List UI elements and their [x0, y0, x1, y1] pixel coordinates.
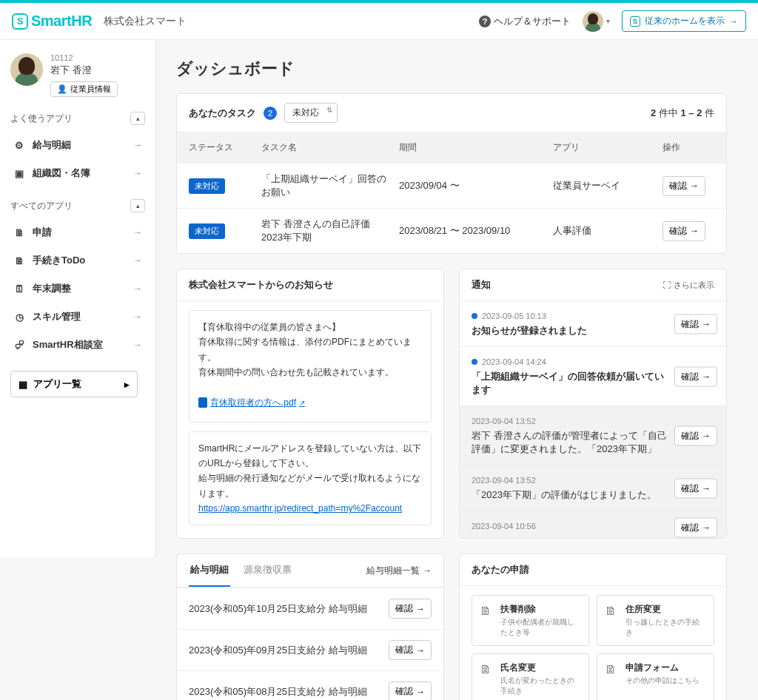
pdf-link[interactable]: 育休取得者の方へ.pdf ↗	[198, 395, 305, 410]
sidebar-item-label: 申請	[33, 226, 52, 239]
request-desc: その他の申請はこちら	[625, 676, 700, 686]
external-icon: ↗	[299, 397, 305, 409]
arrow-right-icon: →	[133, 227, 142, 238]
sidebar-item-label: 年末調整	[33, 282, 71, 295]
register-url-link[interactable]: https://app.smarthr.jp/redirect_path=my%…	[198, 503, 402, 514]
notification-date: 2023-09-04 14:24	[482, 357, 546, 366]
confirm-button[interactable]: 確認 →	[389, 640, 432, 660]
task-filter-select[interactable]: 未対応	[284, 103, 338, 123]
confirm-button[interactable]: 確認 →	[674, 478, 717, 498]
user-name: 岩下 香澄	[50, 64, 118, 77]
sidebar-item[interactable]: 🗎手続きToDo→	[10, 246, 145, 275]
news-card: 株式会社スマートからのお知らせ 【育休取得中の従業員の皆さまへ】 育休取得に関す…	[176, 269, 444, 539]
avatar-icon	[583, 11, 603, 32]
home-icon: S	[630, 16, 640, 27]
header: S SmartHR 株式会社スマート ? ヘルプ＆サポート ▾ S 従来のホーム…	[0, 3, 758, 40]
task-table-header: ステータス タスク名 期間 アプリ 操作	[177, 132, 726, 164]
task-pagination-text: 2 件中 1 – 2 件	[651, 107, 714, 120]
arrow-right-icon: →	[416, 645, 425, 656]
help-icon: ?	[479, 16, 491, 27]
sidebar-item[interactable]: 🗎申請→	[10, 218, 145, 246]
notification-item[interactable]: 2023-09-04 13:52岩下 香澄さんの評価が管理者によって「自己評価」…	[460, 406, 726, 465]
payslip-label: 2023(令和05)年08月25日支給分 給与明細	[189, 685, 367, 699]
notification-item[interactable]: 2023-09-05 10:13お知らせが登録されました確認 →	[460, 301, 726, 347]
confirm-button[interactable]: 確認 →	[674, 366, 717, 386]
request-card[interactable]: 🗎申請フォームその他の申請はこちら	[597, 653, 714, 700]
confirm-button[interactable]: 確認 →	[674, 517, 717, 537]
document-icon: 🗎	[480, 662, 494, 696]
user-block: 10112 岩下 香澄 👤 従業員情報	[10, 53, 145, 97]
document-icon: 🗎	[605, 603, 620, 638]
sidebar-item[interactable]: ▣組織図・名簿→	[10, 159, 145, 187]
confirm-button[interactable]: 確認 →	[674, 314, 717, 334]
arrow-right-icon: →	[133, 255, 142, 266]
request-card[interactable]: 🗎扶養削除子供や配偶者が就職したとき等	[472, 595, 589, 646]
notification-item[interactable]: 2023-09-04 10:56確認 →	[460, 511, 726, 538]
sidebar-item-label: 給与明細	[33, 138, 71, 152]
notification-item[interactable]: 2023-09-04 14:24「上期組織サーベイ」の回答依頼が届いています確認…	[460, 347, 726, 406]
app-icon: 🗪	[13, 340, 25, 351]
arrow-right-icon: →	[416, 687, 425, 697]
task-row: 未対応「上期組織サーベイ」回答のお願い2023/09/04 〜従業員サーベイ確認…	[177, 164, 726, 208]
collapse-toggle[interactable]: ▴	[130, 112, 145, 125]
app-list-button[interactable]: ▦アプリ一覧 ▸	[10, 371, 138, 397]
sidebar-item[interactable]: ⚙給与明細→	[10, 131, 145, 159]
sidebar-item[interactable]: ◷スキル管理→	[10, 303, 145, 331]
request-title: 扶養削除	[500, 603, 581, 616]
sidebar-item-label: SmartHR相談室	[33, 338, 103, 351]
request-card[interactable]: 🗎住所変更引っ越したときの手続き	[597, 595, 714, 646]
file-icon	[198, 397, 207, 408]
arrow-right-icon: →	[423, 565, 432, 576]
task-app: 従業員サーベイ	[553, 179, 657, 192]
status-badge: 未対応	[189, 178, 225, 194]
arrow-right-icon: →	[416, 604, 425, 614]
document-icon: 🗎	[605, 662, 620, 696]
arrow-right-icon: →	[729, 16, 738, 27]
payslip-row: 2023(令和05)年10月25日支給分 給与明細確認 →	[177, 588, 443, 629]
task-count-badge: 2	[264, 107, 277, 120]
payslip-label: 2023(令和05)年09月25日支給分 給与明細	[189, 644, 367, 657]
sidebar-item[interactable]: 🗓年末調整→	[10, 275, 145, 303]
user-menu[interactable]: ▾	[583, 11, 610, 32]
payslip-list-link[interactable]: 給与明細一覧 →	[366, 565, 432, 577]
app-icon: 🗓	[13, 283, 25, 295]
person-icon: 👤	[57, 84, 67, 94]
app-icon: ⚙	[13, 140, 25, 151]
payslip-card: 給与明細 源泉徴収票 給与明細一覧 → 2023(令和05)年10月25日支給分…	[176, 553, 444, 700]
expand-icon: ⛶	[663, 280, 671, 289]
payslip-row: 2023(令和05)年08月25日支給分 給与明細確認 →	[177, 670, 443, 700]
sidebar-item[interactable]: 🗪SmartHR相談室→	[10, 331, 145, 359]
confirm-button[interactable]: 確認 →	[389, 682, 432, 700]
confirm-button[interactable]: 確認 →	[389, 599, 432, 619]
logo[interactable]: S SmartHR	[12, 13, 92, 30]
app-icon: 🗎	[13, 255, 25, 266]
avatar-icon	[10, 53, 43, 86]
task-name: 岩下 香澄さんの自己評価 2023年下期	[261, 218, 393, 244]
confirm-button[interactable]: 確認 →	[674, 425, 717, 445]
sidebar: 10112 岩下 香澄 👤 従業員情報 よく使うアプリ ▴ ⚙給与明細→▣組織図…	[0, 40, 155, 558]
tab-withholding[interactable]: 源泉徴収票	[242, 554, 293, 587]
employee-info-button[interactable]: 👤 従業員情報	[50, 81, 118, 97]
arrow-right-icon: →	[702, 371, 711, 382]
arrow-right-icon: →	[133, 283, 142, 294]
task-name: 「上期組織サーベイ」回答のお願い	[261, 172, 393, 199]
confirm-button[interactable]: 確認 →	[663, 221, 705, 241]
freq-apps-title: よく使うアプリ	[10, 112, 73, 125]
expand-notifications[interactable]: ⛶ さらに表示	[663, 280, 714, 291]
notification-date: 2023-09-04 13:52	[472, 476, 536, 485]
tasks-title: あなたのタスク	[189, 107, 256, 120]
confirm-button[interactable]: 確認 →	[663, 176, 705, 196]
app-icon: ◷	[13, 312, 25, 323]
app-icon: ▣	[13, 168, 25, 179]
help-support-link[interactable]: ? ヘルプ＆サポート	[479, 15, 571, 28]
tab-payslip[interactable]: 給与明細	[189, 554, 230, 587]
notification-item[interactable]: 2023-09-04 13:52「2023年下期」の評価がはじまりました。確認 …	[460, 465, 726, 511]
chevron-down-icon: ▾	[606, 17, 610, 25]
collapse-toggle[interactable]: ▴	[130, 199, 145, 212]
classic-home-button[interactable]: S 従来のホームを表示 →	[622, 10, 746, 32]
notifications-title: 通知	[472, 278, 491, 292]
request-card[interactable]: 🗎氏名変更氏名が変わったときの手続き	[472, 653, 589, 700]
all-apps-title: すべてのアプリ	[10, 200, 73, 212]
news-title: 株式会社スマートからのお知らせ	[189, 278, 333, 292]
brand-text: SmartHR	[31, 13, 92, 30]
